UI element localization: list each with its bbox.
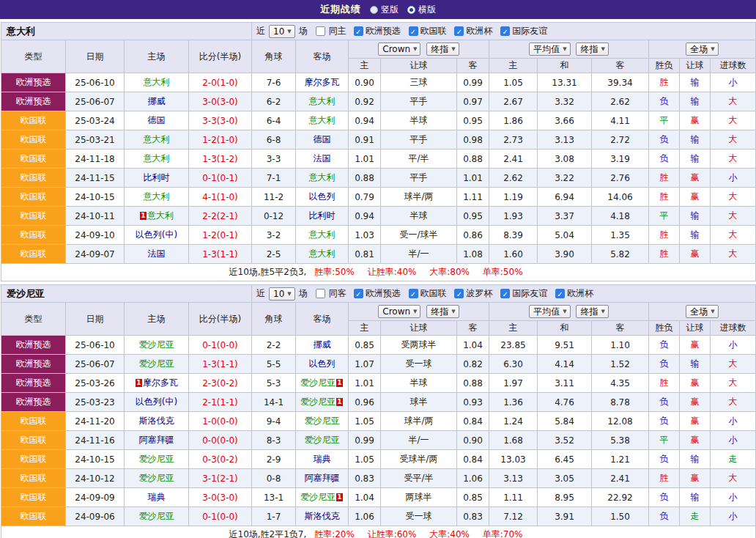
- league-checkbox[interactable]: ✓: [454, 26, 464, 36]
- league-badge[interactable]: 欧国联: [1, 188, 66, 207]
- league-badge[interactable]: 欧国联: [1, 207, 66, 226]
- home-team-name[interactable]: 意大利: [144, 153, 170, 163]
- score[interactable]: 0-1(0-1): [189, 169, 252, 188]
- score[interactable]: 2-3(0-2): [189, 374, 252, 393]
- away-team-name[interactable]: 法国: [314, 153, 331, 163]
- radio-icon[interactable]: [407, 6, 415, 14]
- away-team-name[interactable]: 意大利: [309, 248, 336, 259]
- away-team-name[interactable]: 意大利: [309, 172, 336, 183]
- away-team-name[interactable]: 摩尔多瓦: [305, 77, 340, 87]
- average-stage-select[interactable]: 终指 ▼: [576, 305, 608, 318]
- scope-select[interactable]: 全场 ▼: [686, 43, 718, 56]
- league-badge[interactable]: 欧国联: [1, 150, 66, 169]
- layout-option-horizontal[interactable]: 横版: [407, 4, 436, 16]
- league-badge[interactable]: 欧洲预选: [1, 393, 66, 412]
- score[interactable]: 1-3(1-1): [189, 245, 252, 264]
- bookmaker-select[interactable]: Crown ▼: [378, 43, 420, 56]
- league-badge[interactable]: 欧国联: [1, 111, 66, 130]
- league-badge[interactable]: 欧国联: [1, 412, 66, 431]
- same-venue-checkbox[interactable]: [316, 26, 325, 36]
- league-badge[interactable]: 欧国联: [1, 130, 66, 150]
- away-team-name[interactable]: 德国: [314, 134, 331, 144]
- league-checkbox[interactable]: ✓: [454, 289, 464, 298]
- away-team-name[interactable]: 意大利: [309, 115, 336, 125]
- away-team-name[interactable]: 爱沙尼亚: [305, 435, 340, 445]
- away-team-name[interactable]: 阿塞拜疆: [305, 473, 340, 483]
- league-badge[interactable]: 欧洲预选: [1, 336, 66, 355]
- away-team-name[interactable]: 瑞典: [314, 454, 331, 464]
- average-stage-select[interactable]: 终指 ▼: [576, 43, 608, 56]
- home-team-name[interactable]: 法国: [148, 248, 166, 259]
- home-team-name[interactable]: 摩尔多瓦: [143, 377, 178, 388]
- away-team-name[interactable]: 以色列: [309, 191, 336, 202]
- league-badge[interactable]: 欧国联: [1, 488, 66, 507]
- score[interactable]: 0-3(0-2): [189, 450, 252, 469]
- bookmaker-select[interactable]: Crown ▼: [378, 305, 420, 318]
- average-select[interactable]: 平均值 ▼: [529, 305, 570, 318]
- league-badge[interactable]: 欧洲预选: [1, 355, 66, 374]
- league-badge[interactable]: 欧国联: [1, 226, 66, 245]
- league-badge[interactable]: 欧洲预选: [1, 374, 66, 393]
- recent-count-select[interactable]: 10 ▼: [269, 287, 295, 301]
- home-team-name[interactable]: 斯洛伐克: [139, 416, 174, 426]
- layout-option-vertical[interactable]: 竖版: [370, 4, 399, 16]
- bookmaker-stage-select[interactable]: 终指 ▼: [426, 43, 459, 56]
- away-team-name[interactable]: 爱沙尼亚: [300, 377, 336, 388]
- score[interactable]: 3-0(3-0): [189, 92, 252, 111]
- score[interactable]: 2-1(1-1): [189, 393, 252, 412]
- league-checkbox[interactable]: ✓: [409, 289, 418, 298]
- score[interactable]: 1-0(0-0): [189, 412, 252, 431]
- score[interactable]: 3-1(2-1): [189, 469, 252, 488]
- league-badge[interactable]: 欧国联: [1, 245, 66, 264]
- home-team-name[interactable]: 阿塞拜疆: [139, 435, 174, 445]
- score[interactable]: 3-0(3-0): [189, 488, 252, 507]
- score[interactable]: 1-2(0-1): [189, 226, 252, 245]
- away-team-name[interactable]: 爱沙尼亚: [300, 397, 336, 407]
- score[interactable]: 3-3(3-0): [189, 111, 252, 130]
- score[interactable]: 1-3(1-1): [189, 355, 252, 374]
- home-team-name[interactable]: 德国: [148, 115, 166, 125]
- away-team-name[interactable]: 斯洛伐克: [305, 511, 340, 521]
- score[interactable]: 1-2(1-0): [189, 130, 252, 150]
- league-badge[interactable]: 欧国联: [1, 431, 66, 450]
- home-team-name[interactable]: 比利时: [144, 172, 170, 183]
- league-badge[interactable]: 欧洲预选: [1, 92, 66, 111]
- away-team-name[interactable]: 爱沙尼亚: [305, 416, 340, 426]
- league-badge[interactable]: 欧国联: [1, 507, 66, 526]
- away-team-name[interactable]: 爱沙尼亚: [300, 492, 336, 502]
- home-team-name[interactable]: 挪威: [148, 96, 166, 106]
- score[interactable]: 1-3(1-2): [189, 150, 252, 169]
- score[interactable]: 0-0(0-0): [189, 431, 252, 450]
- league-checkbox[interactable]: ✓: [500, 26, 510, 36]
- home-team-name[interactable]: 意大利: [144, 191, 170, 202]
- league-checkbox[interactable]: ✓: [500, 289, 510, 298]
- league-checkbox[interactable]: ✓: [555, 289, 565, 298]
- score[interactable]: 2-0(1-0): [189, 73, 252, 92]
- home-team-name[interactable]: 意大利: [144, 134, 170, 144]
- home-team-name[interactable]: 爱沙尼亚: [139, 511, 174, 521]
- league-badge[interactable]: 欧国联: [1, 469, 66, 488]
- home-team-name[interactable]: 以色列(中): [136, 397, 177, 407]
- league-badge[interactable]: 欧国联: [1, 169, 66, 188]
- radio-icon[interactable]: [370, 6, 378, 14]
- away-team-name[interactable]: 意大利: [309, 229, 336, 240]
- home-team-name[interactable]: 爱沙尼亚: [139, 339, 174, 350]
- score[interactable]: 0-1(0-0): [189, 507, 252, 526]
- home-team-name[interactable]: 以色列(中): [136, 229, 177, 240]
- away-team-name[interactable]: 挪威: [314, 339, 331, 350]
- league-checkbox[interactable]: ✓: [354, 26, 363, 36]
- home-team-name[interactable]: 爱沙尼亚: [139, 454, 174, 464]
- league-badge[interactable]: 欧洲预选: [1, 73, 66, 92]
- score[interactable]: 4-1(1-0): [189, 188, 252, 207]
- average-select[interactable]: 平均值 ▼: [529, 43, 570, 56]
- league-badge[interactable]: 欧国联: [1, 450, 66, 469]
- same-venue-checkbox[interactable]: [316, 289, 325, 298]
- home-team-name[interactable]: 爱沙尼亚: [139, 473, 174, 483]
- away-team-name[interactable]: 意大利: [309, 96, 336, 106]
- home-team-name[interactable]: 爱沙尼亚: [139, 358, 174, 369]
- home-team-name[interactable]: 瑞典: [148, 492, 166, 502]
- scope-select[interactable]: 全场 ▼: [686, 305, 718, 318]
- away-team-name[interactable]: 以色列: [309, 358, 336, 369]
- away-team-name[interactable]: 比利时: [309, 210, 336, 221]
- bookmaker-stage-select[interactable]: 终指 ▼: [426, 305, 459, 318]
